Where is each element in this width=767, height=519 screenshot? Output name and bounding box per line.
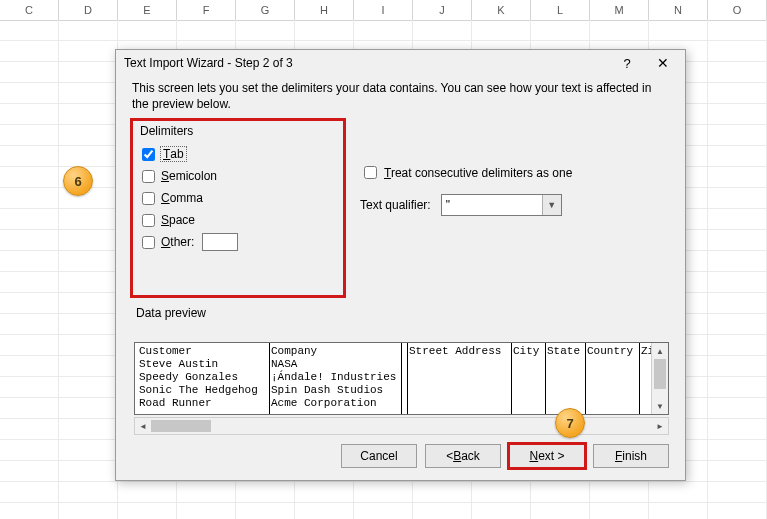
scroll-thumb-horizontal[interactable] <box>151 420 211 432</box>
help-button[interactable]: ? <box>609 52 645 74</box>
preview-vertical-scrollbar[interactable]: ▲ ▼ <box>651 343 668 414</box>
column-header[interactable]: M <box>590 0 649 20</box>
delimiter-semicolon-checkbox[interactable] <box>142 170 155 183</box>
callout-7: 7 <box>555 408 585 438</box>
delimiter-comma-checkbox[interactable] <box>142 192 155 205</box>
column-header[interactable]: H <box>295 0 354 20</box>
data-preview-label: Data preview <box>136 306 206 320</box>
column-header[interactable]: K <box>472 0 531 20</box>
titlebar: Text Import Wizard - Step 2 of 3 ? ✕ <box>116 50 685 76</box>
finish-button[interactable]: Finish <box>593 444 669 468</box>
delimiters-group-label: Delimiters <box>140 124 193 138</box>
callout-6: 6 <box>63 166 93 196</box>
preview-horizontal-scrollbar[interactable]: ◄ ► <box>134 417 669 435</box>
delimiter-space[interactable]: Space <box>142 210 238 230</box>
column-header[interactable]: N <box>649 0 708 20</box>
next-button[interactable]: Next > <box>509 444 585 468</box>
back-button[interactable]: < Back <box>425 444 501 468</box>
scroll-left-icon[interactable]: ◄ <box>135 418 151 434</box>
preview-column-separator <box>401 343 402 414</box>
delimiter-other-checkbox[interactable] <box>142 236 155 249</box>
text-qualifier-label: Text qualifier: <box>360 198 431 212</box>
text-qualifier-select[interactable]: " ▼ <box>441 194 562 216</box>
scroll-thumb-vertical[interactable] <box>654 359 666 389</box>
close-button[interactable]: ✕ <box>645 52 681 74</box>
treat-consecutive[interactable]: Treat consecutive delimiters as one <box>360 163 572 182</box>
column-header[interactable]: C <box>0 0 59 20</box>
preview-column-separator <box>269 343 270 414</box>
text-import-wizard-dialog: Text Import Wizard - Step 2 of 3 ? ✕ Thi… <box>115 49 686 481</box>
scroll-down-icon[interactable]: ▼ <box>652 398 668 414</box>
column-header[interactable]: D <box>59 0 118 20</box>
delimiter-other-input[interactable] <box>202 233 238 251</box>
column-header[interactable]: O <box>708 0 767 20</box>
column-header[interactable]: I <box>354 0 413 20</box>
column-header[interactable]: F <box>177 0 236 20</box>
preview-column-separator <box>585 343 586 414</box>
text-qualifier-value: " <box>446 198 450 212</box>
delimiter-space-checkbox[interactable] <box>142 214 155 227</box>
column-header[interactable]: E <box>118 0 177 20</box>
scroll-up-icon[interactable]: ▲ <box>652 343 668 359</box>
column-header[interactable]: G <box>236 0 295 20</box>
column-header[interactable]: J <box>413 0 472 20</box>
preview-column-separator <box>639 343 640 414</box>
dialog-title: Text Import Wizard - Step 2 of 3 <box>124 56 609 70</box>
preview-column-separator <box>407 343 408 414</box>
delimiter-tab-checkbox[interactable] <box>142 148 155 161</box>
preview-column-separator <box>545 343 546 414</box>
cancel-button[interactable]: Cancel <box>341 444 417 468</box>
delimiter-other[interactable]: Other: <box>142 232 238 252</box>
scroll-right-icon[interactable]: ► <box>652 418 668 434</box>
preview-column-separator <box>511 343 512 414</box>
column-header[interactable]: L <box>531 0 590 20</box>
chevron-down-icon: ▼ <box>542 195 561 215</box>
delimiter-tab[interactable]: Tab <box>142 144 238 164</box>
data-preview-box: CustomerCompanyStreet AddressCityStateCo… <box>134 342 669 415</box>
column-header-row: CDEFGHIJKLMNO <box>0 0 767 21</box>
delimiter-comma[interactable]: Comma <box>142 188 238 208</box>
instruction-text: This screen lets you set the delimiters … <box>132 80 669 112</box>
treat-consecutive-checkbox[interactable] <box>364 166 377 179</box>
delimiter-semicolon[interactable]: Semicolon <box>142 166 238 186</box>
